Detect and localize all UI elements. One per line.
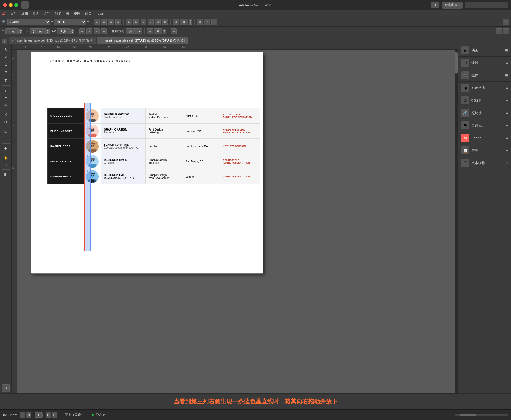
chevron-btn[interactable]: › (211, 19, 217, 25)
scrollbar-thumb[interactable] (455, 52, 458, 74)
zoom-tool[interactable]: ⊕ (2, 161, 10, 168)
digital-pub-button[interactable]: 数字出版 ▾ (442, 2, 463, 9)
select-tool[interactable]: ↖ (2, 46, 10, 53)
photo-cell[interactable]: ⛓ (85, 108, 101, 124)
close-button[interactable] (3, 3, 7, 7)
font-size-input[interactable] (5, 28, 19, 34)
nav-prev[interactable]: ◀ (26, 412, 31, 418)
mode-tool[interactable]: ◻ (2, 178, 10, 185)
vertical-scrollbar[interactable] (455, 50, 458, 393)
grid-btn1[interactable]: ⊞ (126, 19, 132, 25)
para-align4[interactable]: ≡ (101, 28, 107, 34)
menu-object[interactable]: 对象 (55, 11, 62, 16)
nav-next[interactable]: ▶ (46, 412, 51, 418)
rows-up[interactable]: ▲ (163, 29, 166, 31)
search-input[interactable] (465, 2, 508, 8)
page-tool[interactable]: ⊡ (2, 61, 10, 68)
tab-2-close[interactable]: ✕ (100, 39, 102, 42)
menu-layout[interactable]: 版面 (32, 11, 39, 16)
para-align2[interactable]: ≡ (86, 28, 92, 34)
home-button[interactable]: ⌂ (21, 1, 29, 9)
fg-bg-tool[interactable]: ◧ (2, 171, 10, 178)
menu-table[interactable]: 表 (66, 11, 69, 16)
grid-btn4[interactable]: ⊠ (148, 19, 154, 25)
question-btn[interactable]: ? (204, 19, 210, 25)
leading-up[interactable]: ▲ (46, 29, 50, 31)
align-left-btn[interactable]: ≡ (94, 19, 100, 25)
rotate-icon[interactable]: ↺ (2, 384, 10, 392)
photo-cell[interactable]: ⛓ (85, 154, 101, 169)
font-style-select[interactable]: Black (54, 19, 86, 25)
page-input[interactable] (35, 412, 43, 418)
cols-up[interactable]: ▲ (189, 19, 192, 22)
rows-value[interactable] (154, 28, 162, 34)
menu-edit[interactable]: 编辑 (21, 11, 28, 16)
tab-1-close[interactable]: ✕ (11, 39, 14, 42)
minimize-button[interactable] (9, 3, 13, 7)
tab-1[interactable]: ✕ *insert-image-table-cell_END.indd @ 52… (9, 37, 96, 44)
photo-cell[interactable]: ⛓ (85, 169, 101, 184)
direct-select-tool[interactable]: ↗ (2, 53, 10, 60)
tab-2[interactable]: ✕ *insert-image-table-cell_START.indd @ … (97, 37, 188, 44)
pen-tool[interactable]: ✒ (2, 94, 10, 101)
free-transform-tool[interactable]: ⊞ (2, 135, 10, 142)
cols-value[interactable] (180, 19, 188, 25)
gap-tool[interactable]: ⇔ (2, 68, 10, 75)
para-align1[interactable]: ≡ (79, 28, 85, 34)
kerning-up[interactable]: ▲ (71, 29, 74, 31)
grid-btn2[interactable]: ⊞ (133, 19, 139, 25)
color-swatch-tool[interactable]: ◆ (2, 145, 10, 152)
para-align3[interactable]: ≡ (94, 28, 100, 34)
panel-item-timer[interactable]: ⏱ 计时 ≡ (458, 57, 511, 69)
scissors-tool[interactable]: ✂ (2, 119, 10, 125)
type-tool[interactable]: T (2, 78, 10, 84)
panel-item-hyperlink[interactable]: 🔗 超链接 ≡ (458, 107, 511, 119)
fontsize-down[interactable]: ▼ (19, 31, 22, 34)
blend-tool[interactable]: ✕ (2, 111, 10, 118)
expand-icon[interactable]: ≡ (503, 19, 509, 25)
grid-btn6[interactable]: ▦ (162, 19, 168, 25)
expand2-icon[interactable]: ≡ (503, 28, 509, 34)
panel-item-media[interactable]: 🎬 媒体 ⊞ (458, 69, 511, 82)
panel-item-adobe[interactable]: Ai Adobe... ≡ (458, 132, 511, 144)
document-page[interactable]: STUDIO BROWN BAG SPEAKER SERIES MIGUEL J… (31, 52, 263, 273)
leading-input[interactable] (30, 28, 46, 34)
kerning-down[interactable]: ▼ (71, 31, 74, 34)
profile-selector[interactable]: （ 基本（工作） ） (61, 413, 88, 417)
line-tool[interactable]: / (2, 87, 10, 94)
cols-down[interactable]: ▼ (189, 22, 192, 25)
grid-btn3[interactable]: ⊟ (141, 19, 146, 25)
align-right-btn[interactable]: ≡ (108, 19, 114, 25)
align-center-btn[interactable]: ≡ (101, 19, 107, 25)
collapse-left[interactable]: « (2, 39, 7, 44)
photo-cell[interactable]: ⛓ (85, 139, 101, 154)
leading-down[interactable]: ▼ (46, 31, 50, 34)
menu-help[interactable]: 帮助 (96, 11, 103, 16)
orientation-select[interactable]: 横排 (126, 28, 142, 34)
photo-cell[interactable]: ⛓ (85, 124, 101, 139)
nav-prev-prev[interactable]: ⏮ (20, 412, 25, 418)
menu-text[interactable]: 文字 (44, 11, 51, 16)
menu-window[interactable]: 窗口 (85, 11, 92, 16)
panel-item-object-state[interactable]: ◑ 对象状态 ≡ (458, 82, 511, 94)
panel-item-master[interactable]: 📋 主页 ≡ (458, 144, 511, 157)
panel-item-adaptive[interactable]: ⊞ 自适应... ≡ (458, 119, 511, 132)
hand-tool[interactable]: ✋ (2, 154, 10, 161)
nav-next-next[interactable]: ⏭ (52, 412, 57, 418)
share-button[interactable]: ⬆ (431, 2, 439, 8)
maximize-button[interactable] (14, 3, 18, 7)
panel-item-buttons[interactable]: ⊙ 按钮和... ≡ (458, 94, 511, 107)
rows-down[interactable]: ▼ (163, 31, 166, 34)
align-justify-btn[interactable]: ≡ (115, 19, 121, 25)
fontsize-up[interactable]: ▲ (19, 29, 22, 31)
scrollbar-h[interactable] (455, 414, 508, 416)
rect-tool[interactable]: □ (2, 128, 10, 135)
font-family-select[interactable]: Avenir (7, 19, 50, 25)
kerning-input[interactable] (57, 28, 71, 34)
panel-toggle[interactable]: › (496, 28, 502, 34)
menu-view[interactable]: 视图 (74, 11, 81, 16)
panel-item-text-wrap[interactable]: ☰ 文本绕排 ≡ (458, 157, 511, 169)
menu-file[interactable]: 文件 (10, 11, 17, 16)
pencil-tool[interactable]: ✏ (2, 102, 10, 109)
panel-item-animation[interactable]: ▶ 动画 ⊞ (458, 44, 511, 57)
